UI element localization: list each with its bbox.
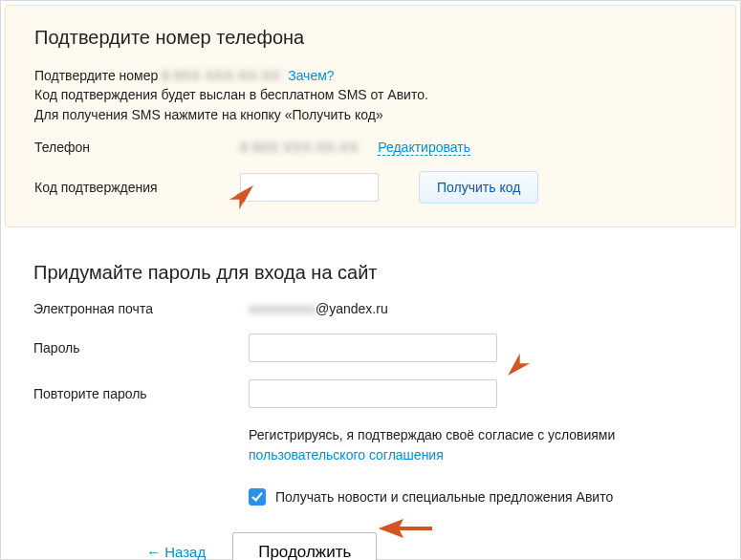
password-section-title: Придумайте пароль для входа на сайт [33, 262, 736, 284]
code-input[interactable] [240, 173, 379, 202]
confirm-prefix: Подтвердите номер [34, 68, 162, 83]
email-value: xxxxxxxxxx@yandex.ru [249, 301, 388, 316]
get-code-button[interactable]: Получить код [419, 171, 538, 204]
password2-input[interactable] [249, 379, 497, 408]
verify-phone-box: Подтвердите номер телефона Подтвердите н… [5, 5, 736, 227]
agreement-text: Регистрируясь, я подтверждаю своё соглас… [249, 425, 708, 465]
password-input[interactable] [249, 334, 497, 362]
email-label: Электронная почта [33, 301, 249, 316]
phone-value: 8 9XX XXX-XX-XX [240, 140, 359, 155]
edit-phone-link[interactable]: Редактировать [378, 140, 470, 156]
email-user: xxxxxxxxxx [249, 301, 316, 316]
password-label: Пароль [33, 340, 249, 355]
verify-line1: Подтвердите номер 8 9XX XXX-XX-XX Зачем? [34, 66, 707, 85]
continue-button[interactable]: Продолжить [232, 532, 377, 560]
agreement-pre: Регистрируясь, я подтверждаю своё соглас… [249, 427, 615, 442]
news-label: Получать новости и специальные предложен… [275, 489, 613, 505]
confirm-number: 8 9XX XXX-XX-XX [162, 68, 280, 83]
verify-title: Подтвердите номер телефона [34, 27, 707, 49]
why-link[interactable]: Зачем? [288, 68, 334, 83]
verify-line3: Для получения SMS нажмите на кнопку «Пол… [34, 105, 707, 124]
agreement-link[interactable]: пользовательского соглашения [249, 447, 444, 463]
email-domain: @yandex.ru [316, 301, 388, 316]
password2-label: Повторите пароль [33, 386, 249, 401]
news-checkbox[interactable] [249, 488, 266, 506]
back-link[interactable]: ← Назад [146, 544, 206, 560]
verify-line2: Код подтверждения будет выслан в бесплат… [34, 85, 707, 104]
phone-label: Телефон [34, 140, 240, 155]
code-label: Код подтверждения [34, 180, 240, 195]
